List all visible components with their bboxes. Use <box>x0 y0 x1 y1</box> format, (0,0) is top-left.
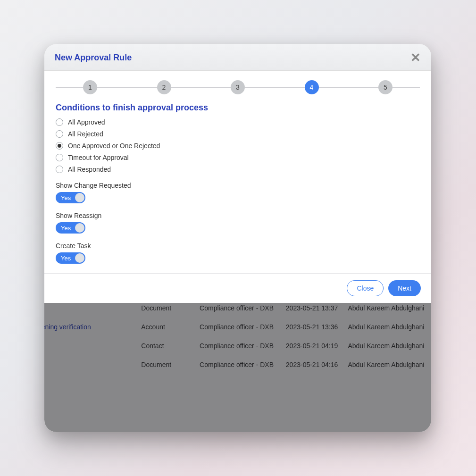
radio-one-approved-or-rejected[interactable]: One Approved or One Rejected <box>56 142 420 150</box>
radio-label: All Approved <box>68 118 105 126</box>
toggle-create-task: Create Task Yes <box>56 242 420 264</box>
radio-all-rejected[interactable]: All Rejected <box>56 130 420 138</box>
step-4[interactable]: 4 <box>305 80 319 94</box>
radio-icon <box>56 118 63 126</box>
radio-all-responded[interactable]: All Responded <box>56 166 420 173</box>
section-title: Conditions to finish approval process <box>56 103 420 113</box>
radio-icon <box>56 130 63 138</box>
step-5[interactable]: 5 <box>378 80 392 94</box>
toggle-switch[interactable]: Yes <box>56 222 85 234</box>
radio-label: All Responded <box>68 166 111 173</box>
close-button[interactable]: Close <box>347 280 384 296</box>
modal-body: 1 2 3 4 5 Conditions to finish approval … <box>44 71 431 273</box>
step-2[interactable]: 2 <box>157 80 171 94</box>
radio-label: Timeout for Approval <box>68 154 129 161</box>
toggle-label: Create Task <box>56 242 420 250</box>
toggle-label: Show Change Requested <box>56 182 420 189</box>
modal-dialog: New Approval Rule ✕ 1 2 3 4 5 Conditions… <box>44 44 431 303</box>
radio-icon <box>56 154 63 161</box>
radio-timeout[interactable]: Timeout for Approval <box>56 154 420 161</box>
toggle-switch[interactable]: Yes <box>56 192 85 203</box>
radio-label: All Rejected <box>68 130 103 138</box>
modal-footer: Close Next <box>44 273 431 303</box>
step-1[interactable]: 1 <box>83 80 97 94</box>
toggle-value: Yes <box>61 194 71 201</box>
toggle-switch[interactable]: Yes <box>56 252 85 264</box>
radio-icon <box>56 142 63 150</box>
next-button[interactable]: Next <box>388 280 421 296</box>
app-window: Apps Contacts Accounts Portfolios Campai… <box>44 44 431 432</box>
toggle-value: Yes <box>61 255 71 262</box>
radio-icon <box>56 166 63 173</box>
stepper: 1 2 3 4 5 <box>56 80 420 94</box>
modal-header: New Approval Rule ✕ <box>44 44 431 71</box>
step-3[interactable]: 3 <box>231 80 245 94</box>
toggle-value: Yes <box>61 225 71 232</box>
radio-label: One Approved or One Rejected <box>68 142 160 150</box>
toggle-knob-icon <box>75 193 84 202</box>
toggle-label: Show Reassign <box>56 212 420 219</box>
toggle-knob-icon <box>75 223 84 233</box>
toggle-show-reassign: Show Reassign Yes <box>56 212 420 234</box>
toggle-knob-icon <box>75 253 84 263</box>
modal-title: New Approval Rule <box>55 53 132 63</box>
toggle-show-change-requested: Show Change Requested Yes <box>56 182 420 203</box>
close-icon[interactable]: ✕ <box>410 51 421 64</box>
radio-all-approved[interactable]: All Approved <box>56 118 420 126</box>
